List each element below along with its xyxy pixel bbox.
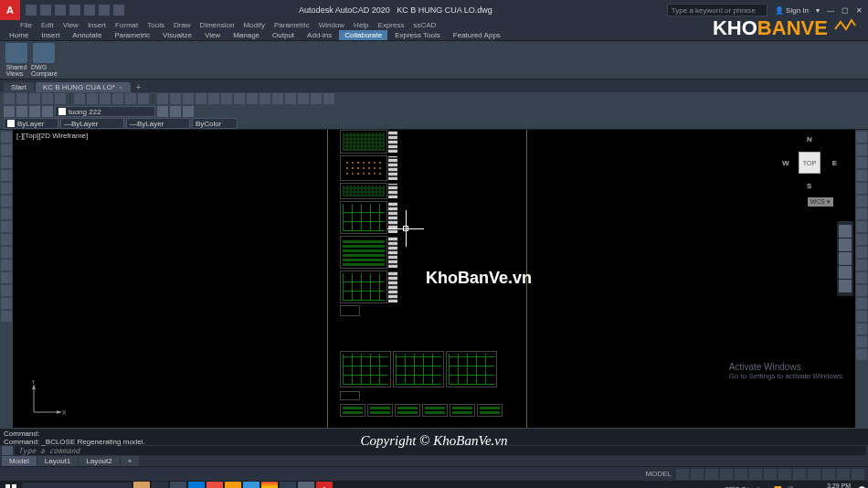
polar-toggle-icon[interactable] [720, 469, 733, 480]
offset-icon[interactable] [856, 260, 867, 271]
saveas-icon[interactable] [69, 5, 80, 16]
zoom-icon[interactable] [839, 252, 852, 265]
help-search-input[interactable]: Type a keyword or phrase [667, 4, 767, 16]
task-edge-icon[interactable] [188, 482, 205, 488]
erase-icon[interactable] [856, 272, 867, 283]
layer-freeze-icon[interactable] [29, 106, 40, 117]
wcs-selector[interactable]: WCS ▾ [808, 197, 833, 207]
tool-icon[interactable] [311, 93, 322, 104]
close-button[interactable]: ✕ [856, 6, 863, 15]
undo-icon[interactable] [99, 5, 110, 16]
lineweight-toggle-icon[interactable] [764, 469, 777, 480]
move-icon[interactable] [856, 132, 867, 143]
arc-tool-icon[interactable] [1, 170, 12, 181]
tool-icon[interactable] [42, 93, 53, 104]
menu-help[interactable]: Help [354, 21, 368, 29]
join-icon[interactable] [856, 324, 867, 334]
menu-view[interactable]: View [63, 21, 79, 29]
snap-toggle-icon[interactable] [691, 469, 704, 480]
menu-modify[interactable]: Modify [243, 21, 265, 29]
exchange-icon[interactable]: ▾ [816, 6, 820, 15]
dwg-compare-button[interactable]: DWG Compare [31, 43, 58, 77]
layer-lock-icon[interactable] [42, 106, 53, 117]
tool-icon[interactable] [16, 93, 27, 104]
menu-draw[interactable]: Draw [174, 21, 191, 29]
tab-insert[interactable]: Insert [36, 30, 65, 40]
task-app-4[interactable] [206, 482, 223, 488]
ortho-toggle-icon[interactable] [705, 469, 718, 480]
tool-icon[interactable] [4, 93, 15, 104]
redo-icon[interactable] [113, 5, 124, 16]
task-app-1[interactable] [133, 482, 150, 488]
chamfer-icon[interactable] [856, 234, 867, 245]
autocad-logo-icon[interactable]: A [0, 0, 20, 20]
file-tab-start[interactable]: Start [4, 82, 34, 92]
viewport-label[interactable]: [-][Top][2D Wireframe] [16, 132, 88, 140]
menu-edit[interactable]: Edit [41, 21, 54, 29]
tab-visualize[interactable]: Visualize [157, 30, 197, 40]
start-button[interactable] [2, 481, 20, 488]
task-view-icon[interactable] [152, 482, 168, 488]
tool-icon[interactable] [298, 93, 309, 104]
menu-file[interactable]: File [20, 21, 32, 29]
tab-annotate[interactable]: Annotate [67, 30, 107, 40]
layer-select[interactable]: tuong 222 [55, 106, 155, 117]
tray-clock[interactable]: 3:29 PM 11/22/2022 [815, 483, 854, 488]
tab-manage[interactable]: Manage [228, 30, 265, 40]
tool-icon[interactable] [272, 93, 283, 104]
polyline-tool-icon[interactable] [1, 144, 12, 155]
tab-parametric[interactable]: Parametric [109, 30, 155, 40]
orbit-icon[interactable] [839, 266, 852, 279]
layout-tab-add[interactable]: + [121, 456, 140, 466]
menu-express[interactable]: Express [378, 21, 405, 29]
task-chrome-icon[interactable] [261, 482, 278, 488]
workspace-icon[interactable] [822, 469, 835, 480]
maximize-button[interactable]: ▢ [842, 6, 849, 15]
text-tool-icon[interactable] [1, 221, 12, 232]
new-icon[interactable] [26, 5, 37, 16]
circle-tool-icon[interactable] [1, 157, 12, 168]
lineweight-select[interactable]: — ByLayer [126, 118, 190, 129]
signin-button[interactable]: 👤 Sign In [775, 6, 809, 15]
stretch-icon[interactable] [856, 298, 867, 309]
add-tab-button[interactable]: + [132, 82, 145, 92]
layer-match-icon[interactable] [157, 106, 168, 117]
layout-tab-model[interactable]: Model [2, 456, 37, 466]
layer-state-icon[interactable] [183, 106, 194, 117]
menu-tools[interactable]: Tools [147, 21, 164, 29]
table-tool-icon[interactable] [1, 285, 12, 296]
lengthen-icon[interactable] [856, 349, 867, 360]
view-cube[interactable]: N E S W TOP [782, 135, 837, 190]
fillet-icon[interactable] [856, 221, 867, 232]
task-app-8[interactable] [280, 482, 296, 488]
tab-collaborate[interactable]: Collaborate [339, 30, 387, 40]
tool-icon[interactable] [183, 93, 194, 104]
color-select[interactable]: ByLayer [4, 118, 58, 129]
menu-parametric[interactable]: Parametric [274, 21, 310, 29]
otrack-toggle-icon[interactable] [749, 469, 762, 480]
tool-icon[interactable] [247, 93, 258, 104]
dim-tool-icon[interactable] [1, 234, 12, 245]
point-tool-icon[interactable] [1, 260, 12, 271]
task-app-9[interactable] [298, 482, 314, 488]
scale-icon[interactable] [856, 183, 867, 194]
trim-icon[interactable] [856, 196, 867, 207]
tab-output[interactable]: Output [267, 30, 300, 40]
tool-icon[interactable] [285, 93, 296, 104]
selection-cycling-icon[interactable] [793, 469, 806, 480]
tab-express[interactable]: Express Tools [389, 30, 446, 40]
rotate-icon[interactable] [856, 157, 867, 168]
align-icon[interactable] [856, 336, 867, 347]
tool-icon[interactable] [138, 93, 149, 104]
tool-icon[interactable] [234, 93, 245, 104]
tool-icon[interactable] [112, 93, 123, 104]
tool-icon[interactable] [259, 93, 270, 104]
transparency-toggle-icon[interactable] [778, 469, 791, 480]
tool-icon[interactable] [170, 93, 181, 104]
rect-tool-icon[interactable] [1, 183, 12, 194]
tool-icon[interactable] [323, 93, 334, 104]
tool-icon[interactable] [87, 93, 98, 104]
open-icon[interactable] [40, 5, 51, 16]
copy-icon[interactable] [856, 144, 867, 155]
task-autocad-icon[interactable]: A [316, 482, 333, 488]
